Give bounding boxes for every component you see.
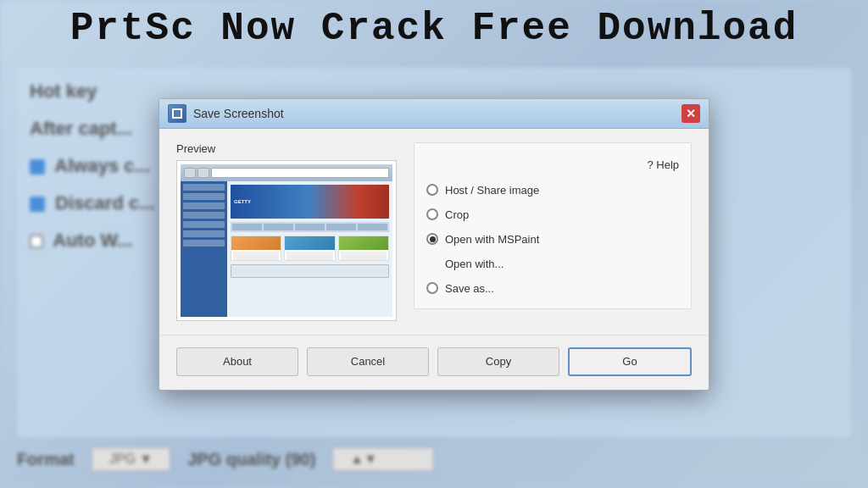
- mini-sidebar-item: [183, 230, 225, 237]
- option-save-as[interactable]: Save as...: [426, 282, 679, 295]
- mini-banner: GETTY: [231, 185, 389, 219]
- radio-open-mspaint[interactable]: [426, 233, 438, 245]
- mini-nav-item: [295, 224, 325, 230]
- mini-sidebar: [181, 181, 227, 317]
- cancel-button[interactable]: Cancel: [307, 347, 429, 376]
- preview-section: Preview: [176, 142, 397, 321]
- mini-sidebar-item: [183, 202, 225, 209]
- about-button[interactable]: About: [176, 347, 298, 376]
- mini-nav-item: [264, 224, 293, 230]
- dialog-icon-inner: [172, 108, 182, 119]
- mini-nav-item: [358, 224, 387, 230]
- dialog-title: Save Screenshot: [193, 107, 284, 120]
- go-button[interactable]: Go: [568, 347, 692, 376]
- mini-sidebar-item: [183, 193, 225, 200]
- option-host-share[interactable]: Host / Share image: [426, 184, 679, 197]
- mini-sidebar-item: [183, 212, 225, 219]
- dialog-buttons: About Cancel Copy Go: [159, 335, 709, 390]
- help-link[interactable]: ? Help: [647, 158, 679, 171]
- mini-grid: [231, 236, 389, 261]
- dialog-body: Preview: [159, 129, 709, 335]
- mini-sidebar-item: [183, 221, 225, 228]
- options-section: ? Help Host / Share image: [414, 142, 692, 309]
- radio-crop[interactable]: [426, 208, 438, 220]
- radio-host-share[interactable]: [426, 184, 438, 196]
- mini-forward-btn: [198, 168, 209, 178]
- option-open-with-label: Open with...: [445, 258, 504, 270]
- preview-screenshot: GETTY: [181, 164, 392, 317]
- dialog-app-icon: [168, 104, 186, 123]
- mini-banner-text: GETTY: [234, 199, 251, 204]
- option-save-as-label: Save as...: [445, 282, 494, 295]
- option-host-share-label: Host / Share image: [445, 184, 539, 197]
- option-open-with[interactable]: Open with...: [426, 258, 679, 270]
- dialog-top-row: Preview: [176, 142, 692, 321]
- save-screenshot-dialog: Save Screenshot ✕ Preview: [159, 98, 709, 391]
- mini-content: GETTY: [181, 181, 392, 317]
- modal-overlay: Save Screenshot ✕ Preview: [0, 0, 868, 488]
- mini-nav-item: [326, 224, 356, 230]
- mini-footer: [231, 264, 389, 278]
- close-button[interactable]: ✕: [682, 104, 700, 123]
- option-crop-label: Crop: [445, 208, 469, 221]
- mini-main: GETTY: [227, 181, 392, 317]
- mini-card-img: [231, 236, 281, 250]
- copy-button[interactable]: Copy: [437, 347, 559, 376]
- option-open-mspaint[interactable]: Open with MSPaint: [426, 233, 679, 246]
- mini-sidebar-item: [183, 240, 225, 247]
- mini-card-text: [287, 252, 332, 260]
- mini-card-text: [341, 252, 387, 260]
- mini-card: [338, 236, 389, 261]
- dialog-titlebar: Save Screenshot ✕: [159, 99, 709, 129]
- preview-box: GETTY: [176, 160, 397, 321]
- mini-address-bar: [211, 168, 389, 178]
- mini-card-text: [233, 252, 279, 260]
- option-open-mspaint-label: Open with MSPaint: [445, 233, 539, 246]
- mini-sidebar-item: [183, 184, 225, 191]
- mini-card: [284, 236, 335, 261]
- titlebar-left: Save Screenshot: [168, 104, 284, 123]
- mini-card: [231, 236, 281, 261]
- option-crop[interactable]: Crop: [426, 208, 679, 221]
- radio-save-as[interactable]: [426, 282, 438, 294]
- mini-nav-item: [232, 224, 262, 230]
- mini-nav-bar: [231, 222, 389, 232]
- help-row: ? Help: [426, 157, 679, 172]
- mini-card-img: [285, 236, 334, 250]
- mini-back-btn: [184, 168, 196, 178]
- radio-open-mspaint-dot: [430, 236, 436, 242]
- mini-card-img: [339, 236, 388, 250]
- preview-label: Preview: [176, 142, 397, 155]
- mini-top-bar: [181, 164, 392, 181]
